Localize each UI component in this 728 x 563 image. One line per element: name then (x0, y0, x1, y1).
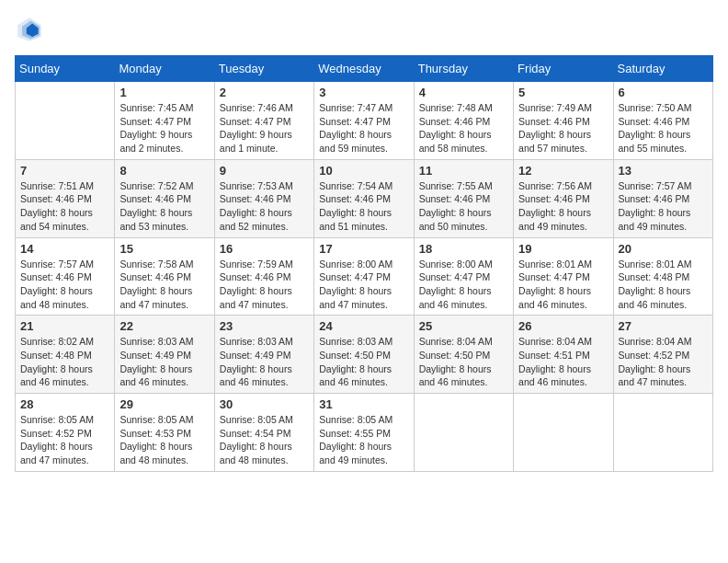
day-number: 27 (619, 319, 708, 333)
logo (15, 15, 48, 44)
day-header-saturday: Saturday (613, 56, 712, 82)
day-info: Sunrise: 7:51 AM Sunset: 4:46 PM Dayligh… (20, 179, 109, 234)
calendar-cell: 5Sunrise: 7:49 AM Sunset: 4:46 PM Daylig… (514, 82, 613, 160)
day-number: 10 (319, 164, 408, 178)
day-info: Sunrise: 7:57 AM Sunset: 4:46 PM Dayligh… (20, 258, 109, 312)
day-info: Sunrise: 8:03 AM Sunset: 4:49 PM Dayligh… (220, 335, 309, 389)
calendar-cell: 11Sunrise: 7:55 AM Sunset: 4:46 PM Dayli… (414, 159, 513, 237)
calendar-cell: 17Sunrise: 8:00 AM Sunset: 4:47 PM Dayli… (314, 237, 414, 316)
calendar-cell: 4Sunrise: 7:48 AM Sunset: 4:46 PM Daylig… (414, 82, 513, 160)
calendar-week-2: 7Sunrise: 7:51 AM Sunset: 4:46 PM Daylig… (16, 159, 713, 237)
calendar-cell: 22Sunrise: 8:03 AM Sunset: 4:49 PM Dayli… (115, 316, 214, 394)
day-info: Sunrise: 8:05 AM Sunset: 4:55 PM Dayligh… (319, 413, 408, 467)
day-info: Sunrise: 8:01 AM Sunset: 4:47 PM Dayligh… (518, 258, 608, 312)
calendar-cell: 29Sunrise: 8:05 AM Sunset: 4:53 PM Dayli… (115, 394, 214, 472)
day-number: 9 (220, 164, 309, 178)
day-info: Sunrise: 7:49 AM Sunset: 4:46 PM Dayligh… (518, 101, 608, 155)
calendar-cell: 6Sunrise: 7:50 AM Sunset: 4:46 PM Daylig… (613, 82, 712, 160)
calendar-cell: 28Sunrise: 8:05 AM Sunset: 4:52 PM Dayli… (16, 394, 115, 472)
calendar-cell: 2Sunrise: 7:46 AM Sunset: 4:47 PM Daylig… (214, 82, 313, 160)
day-number: 8 (119, 164, 209, 178)
calendar-cell: 21Sunrise: 8:02 AM Sunset: 4:48 PM Dayli… (16, 316, 115, 394)
day-header-sunday: Sunday (16, 56, 115, 82)
day-info: Sunrise: 8:04 AM Sunset: 4:51 PM Dayligh… (518, 335, 608, 389)
calendar-cell: 10Sunrise: 7:54 AM Sunset: 4:46 PM Dayli… (314, 159, 414, 237)
calendar-week-5: 28Sunrise: 8:05 AM Sunset: 4:52 PM Dayli… (16, 394, 713, 472)
calendar-cell: 25Sunrise: 8:04 AM Sunset: 4:50 PM Dayli… (414, 316, 513, 394)
day-info: Sunrise: 8:02 AM Sunset: 4:48 PM Dayligh… (20, 335, 109, 389)
day-number: 20 (619, 242, 708, 256)
calendar-cell: 26Sunrise: 8:04 AM Sunset: 4:51 PM Dayli… (514, 316, 613, 394)
calendar-cell (414, 394, 513, 472)
day-number: 16 (220, 242, 309, 256)
day-number: 15 (119, 242, 209, 256)
day-number: 17 (319, 242, 408, 256)
calendar-cell: 9Sunrise: 7:53 AM Sunset: 4:46 PM Daylig… (214, 159, 313, 237)
day-number: 25 (419, 319, 508, 333)
day-number: 1 (119, 86, 209, 99)
calendar-cell: 30Sunrise: 8:05 AM Sunset: 4:54 PM Dayli… (214, 394, 313, 472)
day-info: Sunrise: 8:00 AM Sunset: 4:47 PM Dayligh… (319, 258, 408, 312)
calendar-cell: 16Sunrise: 7:59 AM Sunset: 4:46 PM Dayli… (214, 237, 313, 316)
day-info: Sunrise: 7:50 AM Sunset: 4:46 PM Dayligh… (619, 101, 708, 155)
day-number: 22 (119, 319, 209, 333)
calendar-cell: 18Sunrise: 8:00 AM Sunset: 4:47 PM Dayli… (414, 237, 513, 316)
day-number: 3 (319, 86, 408, 99)
day-info: Sunrise: 8:03 AM Sunset: 4:50 PM Dayligh… (319, 335, 408, 389)
calendar-cell (16, 82, 115, 160)
day-info: Sunrise: 8:05 AM Sunset: 4:52 PM Dayligh… (20, 413, 109, 467)
calendar-table: SundayMondayTuesdayWednesdayThursdayFrid… (15, 55, 713, 472)
calendar-cell: 27Sunrise: 8:04 AM Sunset: 4:52 PM Dayli… (613, 316, 712, 394)
calendar-header: SundayMondayTuesdayWednesdayThursdayFrid… (16, 56, 713, 82)
day-info: Sunrise: 7:54 AM Sunset: 4:46 PM Dayligh… (319, 179, 408, 234)
calendar-cell (514, 394, 613, 472)
day-number: 2 (220, 86, 309, 99)
page-header (15, 15, 713, 44)
calendar-cell: 12Sunrise: 7:56 AM Sunset: 4:46 PM Dayli… (514, 159, 613, 237)
day-info: Sunrise: 8:01 AM Sunset: 4:48 PM Dayligh… (619, 258, 708, 312)
day-number: 23 (220, 319, 309, 333)
calendar-cell: 23Sunrise: 8:03 AM Sunset: 4:49 PM Dayli… (214, 316, 313, 394)
calendar-cell: 13Sunrise: 7:57 AM Sunset: 4:46 PM Dayli… (613, 159, 712, 237)
day-info: Sunrise: 7:52 AM Sunset: 4:46 PM Dayligh… (119, 179, 209, 234)
day-number: 29 (119, 397, 209, 411)
day-number: 5 (518, 86, 608, 99)
day-number: 14 (20, 242, 109, 256)
day-info: Sunrise: 8:00 AM Sunset: 4:47 PM Dayligh… (419, 258, 508, 312)
day-info: Sunrise: 7:45 AM Sunset: 4:47 PM Dayligh… (119, 101, 209, 155)
calendar-cell: 1Sunrise: 7:45 AM Sunset: 4:47 PM Daylig… (115, 82, 214, 160)
day-info: Sunrise: 7:47 AM Sunset: 4:47 PM Dayligh… (319, 101, 408, 155)
day-header-thursday: Thursday (414, 56, 513, 82)
day-number: 11 (419, 164, 508, 178)
day-header-wednesday: Wednesday (314, 56, 414, 82)
day-info: Sunrise: 7:57 AM Sunset: 4:46 PM Dayligh… (619, 179, 708, 234)
day-number: 26 (518, 319, 608, 333)
day-info: Sunrise: 7:53 AM Sunset: 4:46 PM Dayligh… (220, 179, 309, 234)
day-number: 31 (319, 397, 408, 411)
day-number: 4 (419, 86, 508, 99)
calendar-cell: 24Sunrise: 8:03 AM Sunset: 4:50 PM Dayli… (314, 316, 414, 394)
day-number: 18 (419, 242, 508, 256)
day-number: 6 (619, 86, 708, 99)
day-info: Sunrise: 8:04 AM Sunset: 4:52 PM Dayligh… (619, 335, 708, 389)
day-number: 7 (20, 164, 109, 178)
calendar-cell: 31Sunrise: 8:05 AM Sunset: 4:55 PM Dayli… (314, 394, 414, 472)
calendar-week-3: 14Sunrise: 7:57 AM Sunset: 4:46 PM Dayli… (16, 237, 713, 316)
day-info: Sunrise: 7:56 AM Sunset: 4:46 PM Dayligh… (518, 179, 608, 234)
calendar-cell (613, 394, 712, 472)
logo-icon (15, 15, 44, 44)
day-info: Sunrise: 7:55 AM Sunset: 4:46 PM Dayligh… (419, 179, 508, 234)
day-number: 28 (20, 397, 109, 411)
day-number: 13 (619, 164, 708, 178)
day-header-tuesday: Tuesday (214, 56, 313, 82)
calendar-cell: 20Sunrise: 8:01 AM Sunset: 4:48 PM Dayli… (613, 237, 712, 316)
day-number: 24 (319, 319, 408, 333)
day-info: Sunrise: 8:05 AM Sunset: 4:54 PM Dayligh… (220, 413, 309, 467)
calendar-cell: 3Sunrise: 7:47 AM Sunset: 4:47 PM Daylig… (314, 82, 414, 160)
day-info: Sunrise: 8:03 AM Sunset: 4:49 PM Dayligh… (119, 335, 209, 389)
day-info: Sunrise: 8:04 AM Sunset: 4:50 PM Dayligh… (419, 335, 508, 389)
day-number: 30 (220, 397, 309, 411)
day-info: Sunrise: 7:48 AM Sunset: 4:46 PM Dayligh… (419, 101, 508, 155)
day-info: Sunrise: 7:58 AM Sunset: 4:46 PM Dayligh… (119, 258, 209, 312)
day-header-friday: Friday (514, 56, 613, 82)
